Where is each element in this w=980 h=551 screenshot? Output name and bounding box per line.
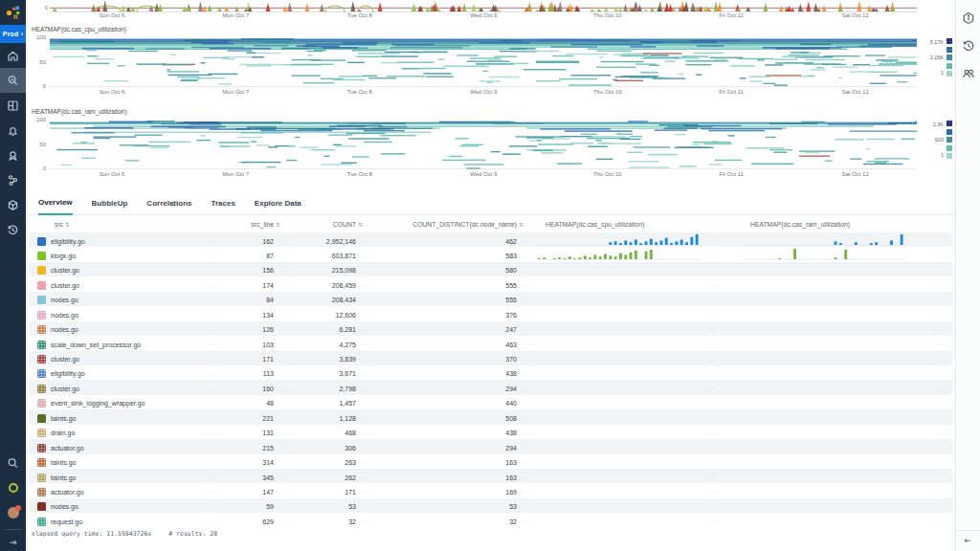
row-menu-dots[interactable]: ··· xyxy=(203,489,224,495)
row-menu-dots[interactable]: ··· xyxy=(274,445,295,451)
cpu-heatmap-plot[interactable] xyxy=(50,37,917,87)
row-menu-dots[interactable]: ··· xyxy=(517,268,538,274)
table-row[interactable]: nodes.go···126···6,281···247········· xyxy=(29,321,952,336)
nav-query-icon[interactable] xyxy=(0,68,26,93)
table-row[interactable]: eligibility.go···113···3,671···438······… xyxy=(29,365,952,380)
info-icon[interactable] xyxy=(962,11,975,29)
cpu-heatmap-spark[interactable] xyxy=(538,513,704,530)
col-header-heatmap-ram[interactable]: HEATMAP(dc.cas_ram_utilization) xyxy=(743,221,909,228)
row-menu-dots[interactable]: ··· xyxy=(909,445,952,451)
row-menu-dots[interactable]: ··· xyxy=(274,357,295,363)
row-menu-dots[interactable]: ··· xyxy=(356,504,377,510)
row-menu-dots[interactable]: ··· xyxy=(356,401,377,407)
table-row[interactable]: event_sink_logging_wrapper.go···48···1,4… xyxy=(29,395,952,409)
row-menu-dots[interactable]: ··· xyxy=(517,474,538,480)
row-menu-dots[interactable]: ··· xyxy=(517,253,538,258)
row-menu-dots[interactable]: ··· xyxy=(517,282,538,288)
row-menu-dots[interactable]: ··· xyxy=(356,430,377,436)
row-menu-dots[interactable]: ··· xyxy=(909,268,952,274)
nav-history-icon[interactable] xyxy=(0,217,26,242)
row-menu-dots[interactable]: ··· xyxy=(356,282,377,288)
nav-alerts-icon[interactable] xyxy=(0,118,26,143)
table-row[interactable]: cluster.go···156···215,098···580········… xyxy=(29,262,952,276)
row-menu-dots[interactable]: ··· xyxy=(356,342,377,347)
row-menu-dots[interactable]: ··· xyxy=(517,430,538,436)
row-menu-dots[interactable]: ··· xyxy=(274,430,295,436)
ram-heatmap-spark[interactable] xyxy=(743,513,909,530)
row-menu-dots[interactable]: ··· xyxy=(203,327,224,333)
tab-bubbleup[interactable]: BubbleUp xyxy=(92,199,128,214)
row-menu-dots[interactable]: ··· xyxy=(203,474,224,480)
row-menu-dots[interactable]: ··· xyxy=(517,415,538,421)
tab-overview[interactable]: Overview xyxy=(38,198,73,215)
table-row[interactable]: nodes.go···84···208,434···555········· xyxy=(29,292,952,306)
row-menu-dots[interactable]: ··· xyxy=(517,504,538,510)
table-row[interactable]: nodes.go···134···12,606···376········· xyxy=(29,306,952,320)
row-menu-dots[interactable]: ··· xyxy=(274,253,295,258)
collapse-panel-icon[interactable]: ⇤ xyxy=(965,536,972,551)
row-menu-dots[interactable]: ··· xyxy=(274,415,295,421)
honeycomb-logo-icon[interactable]: h xyxy=(0,0,26,25)
row-menu-dots[interactable]: ··· xyxy=(203,371,224,377)
row-menu-dots[interactable]: ··· xyxy=(517,489,538,495)
tab-correlations[interactable]: Correlations xyxy=(146,199,191,214)
row-menu-dots[interactable]: ··· xyxy=(274,504,295,510)
table-row[interactable]: cluster.go···160···2,798···294········· xyxy=(29,380,952,394)
nav-search-icon[interactable] xyxy=(0,451,26,475)
row-menu-dots[interactable]: ··· xyxy=(704,371,743,377)
row-menu-dots[interactable]: ··· xyxy=(274,268,295,274)
nav-service-map-icon[interactable] xyxy=(0,167,26,192)
row-menu-dots[interactable]: ··· xyxy=(704,504,743,510)
row-menu-dots[interactable]: ··· xyxy=(704,327,743,333)
row-menu-dots[interactable]: ··· xyxy=(909,504,952,510)
row-menu-dots[interactable]: ··· xyxy=(356,445,377,451)
table-row[interactable]: request.go···629···32···32········· xyxy=(29,513,952,527)
table-row[interactable]: actuator.go···215···306···294········· xyxy=(29,439,952,453)
row-menu-dots[interactable]: ··· xyxy=(274,489,295,495)
row-menu-dots[interactable]: ··· xyxy=(704,430,743,436)
row-menu-dots[interactable]: ··· xyxy=(203,504,224,510)
table-row[interactable]: eligibility.go···162···2,952,146···462··… xyxy=(29,232,952,247)
row-menu-dots[interactable]: ··· xyxy=(274,312,295,318)
row-menu-dots[interactable]: ··· xyxy=(909,342,952,347)
row-menu-dots[interactable]: ··· xyxy=(203,312,224,318)
row-menu-dots[interactable]: ··· xyxy=(517,357,538,363)
expand-sidebar-icon[interactable]: ⇥ xyxy=(0,534,26,551)
row-menu-dots[interactable]: ··· xyxy=(909,238,952,244)
row-menu-dots[interactable]: ··· xyxy=(356,253,377,258)
row-menu-dots[interactable]: ··· xyxy=(704,298,743,303)
tab-traces[interactable]: Traces xyxy=(211,199,234,214)
nav-environments-icon[interactable] xyxy=(0,192,26,217)
row-menu-dots[interactable]: ··· xyxy=(274,518,295,524)
row-menu-dots[interactable]: ··· xyxy=(909,282,952,288)
row-menu-dots[interactable]: ··· xyxy=(274,342,295,347)
row-menu-dots[interactable]: ··· xyxy=(909,518,952,524)
row-menu-dots[interactable]: ··· xyxy=(909,253,952,258)
sort-icon[interactable]: ⇅ xyxy=(65,222,70,228)
row-menu-dots[interactable]: ··· xyxy=(517,445,538,451)
row-menu-dots[interactable]: ··· xyxy=(704,268,743,274)
row-menu-dots[interactable]: ··· xyxy=(203,445,224,451)
row-menu-dots[interactable]: ··· xyxy=(203,282,224,288)
row-menu-dots[interactable]: ··· xyxy=(704,253,743,258)
row-menu-dots[interactable]: ··· xyxy=(203,342,224,347)
row-menu-dots[interactable]: ··· xyxy=(274,371,295,377)
row-menu-dots[interactable]: ··· xyxy=(517,460,538,466)
row-menu-dots[interactable]: ··· xyxy=(909,327,952,333)
row-menu-dots[interactable]: ··· xyxy=(203,401,224,407)
row-menu-dots[interactable]: ··· xyxy=(517,342,538,347)
row-menu-dots[interactable]: ··· xyxy=(203,298,224,303)
nav-slos-icon[interactable] xyxy=(0,143,26,167)
sort-icon[interactable]: ⇅ xyxy=(276,222,280,228)
usage-ring-icon[interactable] xyxy=(0,475,26,500)
table-row[interactable]: taints.go···314···263···163········· xyxy=(29,454,952,469)
row-menu-dots[interactable]: ··· xyxy=(356,460,377,466)
row-menu-dots[interactable]: ··· xyxy=(356,489,377,495)
table-row[interactable]: scale_down_set_processor.go···103···4,27… xyxy=(29,336,952,350)
col-header-count[interactable]: COUNT xyxy=(295,221,356,228)
row-menu-dots[interactable]: ··· xyxy=(704,238,743,244)
row-menu-dots[interactable]: ··· xyxy=(203,518,224,524)
row-menu-dots[interactable]: ··· xyxy=(203,460,224,466)
row-menu-dots[interactable]: ··· xyxy=(704,312,743,318)
row-menu-dots[interactable]: ··· xyxy=(517,238,538,244)
